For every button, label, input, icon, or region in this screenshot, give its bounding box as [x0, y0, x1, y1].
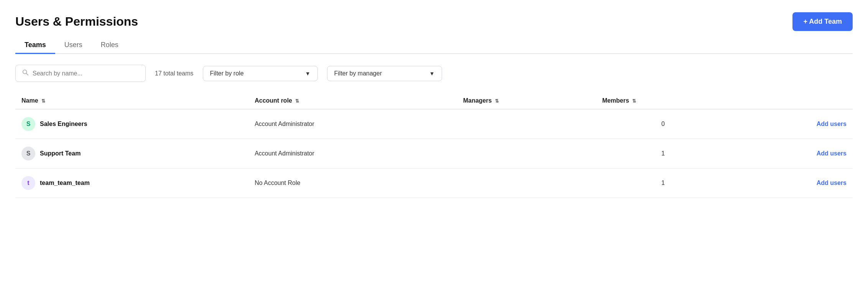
total-teams-label: 17 total teams [155, 70, 194, 77]
team-action-cell: Add users [730, 109, 853, 139]
team-action-cell: Add users [730, 139, 853, 168]
team-action-cell: Add users [730, 168, 853, 198]
col-header-account-role[interactable]: Account role ⇅ [248, 93, 457, 109]
search-icon [22, 69, 29, 78]
col-header-name[interactable]: Name ⇅ [15, 93, 248, 109]
team-name: team_team_team [40, 180, 90, 186]
page-header: Users & Permissions + Add Team [15, 12, 853, 31]
table-row: S Support Team Account Administrator1Add… [15, 139, 853, 168]
team-name-cell: t team_team_team [15, 168, 248, 198]
team-managers [457, 168, 596, 198]
team-account-role: Account Administrator [248, 139, 457, 168]
filter-role-label: Filter by role [210, 70, 244, 77]
teams-table: Name ⇅ Account role ⇅ Managers ⇅ Members… [15, 93, 853, 198]
col-header-members[interactable]: Members ⇅ [596, 93, 730, 109]
filter-row: 17 total teams Filter by role ▼ Filter b… [15, 65, 853, 82]
team-members: 1 [596, 168, 730, 198]
add-users-link[interactable]: Add users [817, 121, 847, 127]
team-name-cell: S Sales Engineers [15, 109, 248, 139]
team-members: 0 [596, 109, 730, 139]
tab-teams[interactable]: Teams [15, 37, 55, 54]
page-title: Users & Permissions [15, 15, 138, 29]
sort-managers-icon: ⇅ [495, 98, 499, 104]
sort-members-icon: ⇅ [632, 98, 636, 104]
col-header-actions [730, 93, 853, 109]
tab-roles[interactable]: Roles [92, 37, 128, 54]
col-header-managers[interactable]: Managers ⇅ [457, 93, 596, 109]
table-row: S Sales Engineers Account Administrator0… [15, 109, 853, 139]
team-name: Sales Engineers [40, 121, 87, 128]
sort-name-icon: ⇅ [41, 98, 45, 104]
table-row: t team_team_team No Account Role1Add use… [15, 168, 853, 198]
svg-line-1 [26, 74, 28, 75]
dropdown-arrow-manager-icon: ▼ [429, 70, 435, 77]
table-header-row: Name ⇅ Account role ⇅ Managers ⇅ Members… [15, 93, 853, 109]
team-name: Support Team [40, 150, 81, 157]
filter-by-role-dropdown[interactable]: Filter by role ▼ [203, 66, 318, 81]
team-name-cell: S Support Team [15, 139, 248, 168]
tab-users[interactable]: Users [55, 37, 92, 54]
filter-manager-label: Filter by manager [334, 70, 382, 77]
team-avatar: S [21, 147, 35, 160]
add-team-button[interactable]: + Add Team [792, 12, 853, 31]
dropdown-arrow-role-icon: ▼ [305, 70, 311, 77]
sort-account-role-icon: ⇅ [295, 98, 299, 104]
search-input[interactable] [33, 70, 139, 77]
search-box [15, 65, 146, 82]
tab-bar: Teams Users Roles [15, 37, 853, 54]
team-account-role: Account Administrator [248, 109, 457, 139]
team-members: 1 [596, 139, 730, 168]
filter-by-manager-dropdown[interactable]: Filter by manager ▼ [327, 66, 442, 81]
team-managers [457, 139, 596, 168]
team-avatar: S [21, 117, 35, 131]
add-users-link[interactable]: Add users [817, 180, 847, 186]
team-managers [457, 109, 596, 139]
team-account-role: No Account Role [248, 168, 457, 198]
team-avatar: t [21, 176, 35, 190]
add-users-link[interactable]: Add users [817, 150, 847, 157]
